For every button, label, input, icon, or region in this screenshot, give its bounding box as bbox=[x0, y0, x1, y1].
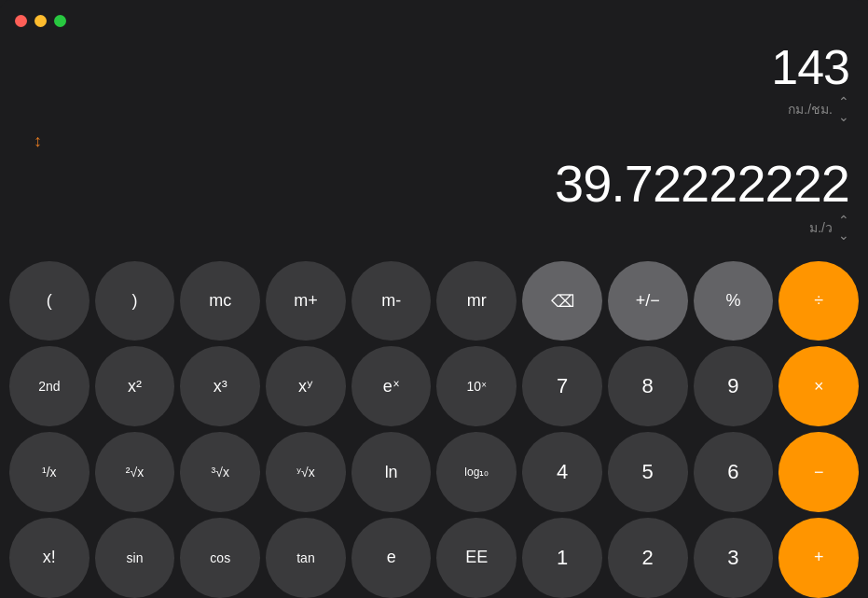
cos-button[interactable]: cos bbox=[180, 518, 260, 598]
add-button[interactable]: + bbox=[778, 518, 859, 598]
euler-button[interactable]: e bbox=[351, 518, 432, 598]
primary-unit: กม./ชม. bbox=[788, 99, 833, 119]
titlebar bbox=[0, 0, 868, 41]
subtract-button[interactable]: − bbox=[778, 432, 859, 512]
percent-button[interactable]: % bbox=[694, 261, 774, 341]
six-button[interactable]: 6 bbox=[694, 432, 774, 512]
m-plus-button[interactable]: m+ bbox=[266, 261, 346, 341]
second-button[interactable]: 2nd bbox=[9, 346, 90, 426]
multiply-button[interactable]: × bbox=[778, 346, 859, 426]
open-paren-button[interactable]: ( bbox=[9, 261, 90, 341]
plus-minus-button[interactable]: +/− bbox=[608, 261, 688, 341]
mr-button[interactable]: mr bbox=[436, 261, 517, 341]
eight-button[interactable]: 8 bbox=[608, 346, 688, 426]
backspace-button[interactable]: ⌫ bbox=[522, 261, 602, 341]
maximize-button[interactable] bbox=[54, 15, 66, 27]
mc-button[interactable]: mc bbox=[180, 261, 260, 341]
secondary-unit: ม./ว bbox=[809, 217, 833, 238]
nine-button[interactable]: 9 bbox=[694, 346, 774, 426]
e-to-x-button[interactable]: eˣ bbox=[351, 346, 432, 426]
two-button[interactable]: 2 bbox=[608, 518, 688, 598]
traffic-lights bbox=[15, 15, 66, 27]
primary-unit-stepper[interactable]: ⌃⌄ bbox=[838, 94, 849, 124]
sqrt-button[interactable]: ²√x bbox=[95, 432, 175, 512]
x-squared-button[interactable]: x² bbox=[95, 346, 175, 426]
conversion-arrow[interactable]: ↕ bbox=[19, 128, 849, 155]
secondary-display: 39.72222222 bbox=[19, 155, 849, 213]
ten-to-x-button[interactable]: 10ˣ bbox=[436, 346, 517, 426]
cbrt-button[interactable]: ³√x bbox=[180, 432, 260, 512]
secondary-unit-row: ม./ว ⌃⌄ bbox=[19, 213, 849, 243]
five-button[interactable]: 5 bbox=[608, 432, 688, 512]
ln-button[interactable]: ln bbox=[351, 432, 432, 512]
one-over-x-button[interactable]: ¹/x bbox=[9, 432, 90, 512]
minimize-button[interactable] bbox=[34, 15, 47, 27]
ee-button[interactable]: EE bbox=[436, 518, 517, 598]
close-button[interactable] bbox=[15, 15, 27, 27]
x-to-y-button[interactable]: xʸ bbox=[266, 346, 346, 426]
y-root-x-button[interactable]: ʸ√x bbox=[266, 432, 346, 512]
seven-button[interactable]: 7 bbox=[522, 346, 602, 426]
close-paren-button[interactable]: ) bbox=[95, 261, 175, 341]
three-button[interactable]: 3 bbox=[694, 518, 774, 598]
primary-unit-row: กม./ชม. ⌃⌄ bbox=[19, 94, 849, 124]
factorial-button[interactable]: x! bbox=[9, 518, 90, 598]
one-button[interactable]: 1 bbox=[522, 518, 602, 598]
m-minus-button[interactable]: m- bbox=[351, 261, 432, 341]
tan-button[interactable]: tan bbox=[266, 518, 346, 598]
divide-button[interactable]: ÷ bbox=[778, 261, 859, 341]
sin-button[interactable]: sin bbox=[95, 518, 175, 598]
primary-display: 143 bbox=[19, 41, 849, 94]
display-area: 143 กม./ชม. ⌃⌄ ↕ 39.72222222 ม./ว ⌃⌄ bbox=[0, 41, 868, 256]
four-button[interactable]: 4 bbox=[522, 432, 602, 512]
secondary-unit-stepper[interactable]: ⌃⌄ bbox=[838, 213, 849, 243]
button-grid: ()mcm+m-mr⌫+/−%÷2ndx²x³xʸeˣ10ˣ789×¹/x²√x… bbox=[0, 256, 868, 598]
log10-button[interactable]: log₁₀ bbox=[436, 432, 517, 512]
x-cubed-button[interactable]: x³ bbox=[180, 346, 260, 426]
